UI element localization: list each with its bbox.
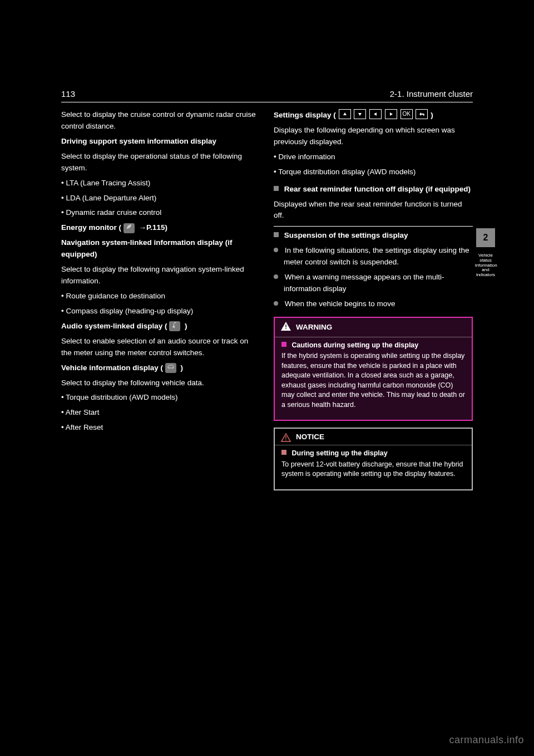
chapter-tab: 2: [476, 228, 495, 247]
rear-seat-body: Displayed when the rear seat reminder fu…: [274, 199, 473, 222]
vehicle-info-icon: [165, 363, 176, 373]
notice-title: During setting up the display: [291, 449, 387, 457]
suspension-heading: Suspension of the settings display: [284, 231, 408, 239]
audio-linked-desc: Select to enable selection of an audio s…: [61, 336, 260, 359]
driving-support-item-1: • LTA (Lane Tracing Assist): [61, 178, 260, 189]
nav-linked-desc: Select to display the following navigati…: [61, 264, 260, 287]
bullet-icon: [274, 248, 278, 252]
section-title: 2-1. Instrument cluster: [390, 89, 473, 99]
left-arrow-icon: [369, 109, 382, 119]
leaf-icon: [123, 223, 135, 233]
back-icon: [416, 109, 428, 119]
driving-support-heading: Driving support system information displ…: [61, 137, 216, 145]
vehicle-info-item-2: • After Start: [61, 407, 260, 419]
svg-text:!: !: [285, 435, 286, 441]
warning-triangle-icon: !: [280, 321, 291, 335]
ok-button-icon: [400, 109, 413, 119]
section-separator: [274, 226, 473, 227]
warning-square-icon: [281, 342, 286, 347]
left-column: Select to display the cruise control or …: [61, 109, 260, 490]
page-number: 113: [61, 89, 75, 99]
cruise-description: Select to display the cruise control or …: [61, 109, 260, 132]
notice-square-icon: [281, 450, 286, 455]
chapter-tab-label: Vehicle status information and indicator…: [475, 253, 496, 278]
settings-display-heading-tail: ): [431, 111, 433, 119]
driving-support-desc: Select to display the operational status…: [61, 151, 260, 174]
notice-body: To prevent 12-volt battery discharge, en…: [281, 460, 465, 479]
bullet-icon: [274, 274, 278, 279]
svg-text:!: !: [285, 323, 287, 330]
settings-item-2: • Torque distribution display (AWD model…: [274, 166, 473, 178]
down-arrow-icon: [354, 109, 366, 119]
notice-triangle-icon: !: [280, 433, 291, 443]
vehicle-info-desc: Select to display the following vehicle …: [61, 377, 260, 389]
svg-point-1: [172, 367, 173, 369]
settings-display-desc: Displays the following depending on whic…: [274, 125, 473, 148]
settings-item-1: • Drive information: [274, 151, 473, 163]
right-column: Settings display ( ) Displays the follow…: [274, 109, 473, 490]
warning-title: Cautions during setting up the display: [291, 341, 418, 349]
nav-linked-heading: Navigation system-linked information dis…: [61, 238, 233, 258]
energy-monitor-heading: Energy monitor (: [61, 223, 121, 232]
right-arrow-icon: [385, 109, 397, 119]
rear-seat-title: Rear seat reminder function off display …: [284, 185, 471, 193]
warning-body: If the hybrid system is operating while …: [281, 351, 465, 410]
warning-callout: ! WARNING Cautions during setting up the…: [274, 317, 473, 421]
nav-item-2: • Compass display (heading-up display): [61, 306, 260, 317]
suspension-note-3: When the vehicle begins to move: [285, 300, 395, 308]
notice-callout: ! NOTICE During setting up the display T…: [274, 428, 473, 490]
watermark: carmanuals.info: [449, 734, 524, 746]
page-header: 113 2-1. Instrument cluster: [61, 89, 473, 102]
bullet-icon: [274, 301, 278, 306]
settings-display-heading: Settings display (: [274, 111, 336, 119]
suspension-note-2: When a warning message appears on the mu…: [284, 273, 444, 293]
header-rule: [61, 102, 473, 102]
vehicle-info-heading: Vehicle information display (: [61, 364, 163, 372]
audio-linked-heading-tail: ): [185, 322, 187, 330]
vehicle-info-item-3: • After Reset: [61, 422, 260, 434]
nav-item-1: • Route guidance to destination: [61, 291, 260, 302]
svg-point-0: [169, 367, 170, 369]
manual-page: 2 Vehicle status information and indicat…: [61, 89, 473, 679]
suspension-note-1: In the following situations, the setting…: [284, 246, 469, 266]
vehicle-info-heading-tail: ): [181, 364, 184, 372]
music-note-icon: [169, 321, 180, 331]
section-square-icon: [274, 232, 279, 237]
driving-support-item-2: • LDA (Lane Departure Alert): [61, 193, 260, 204]
notice-label: NOTICE: [296, 432, 324, 443]
warning-label: WARNING: [296, 322, 332, 333]
driving-support-item-3: • Dynamic radar cruise control: [61, 207, 260, 219]
audio-linked-heading: Audio system-linked display (: [61, 322, 167, 330]
section-square-icon: [274, 186, 279, 191]
energy-monitor-heading-tail: →P.115): [139, 223, 168, 232]
up-arrow-icon: [339, 109, 351, 119]
vehicle-info-item-1: • Torque distribution (AWD models): [61, 392, 260, 404]
